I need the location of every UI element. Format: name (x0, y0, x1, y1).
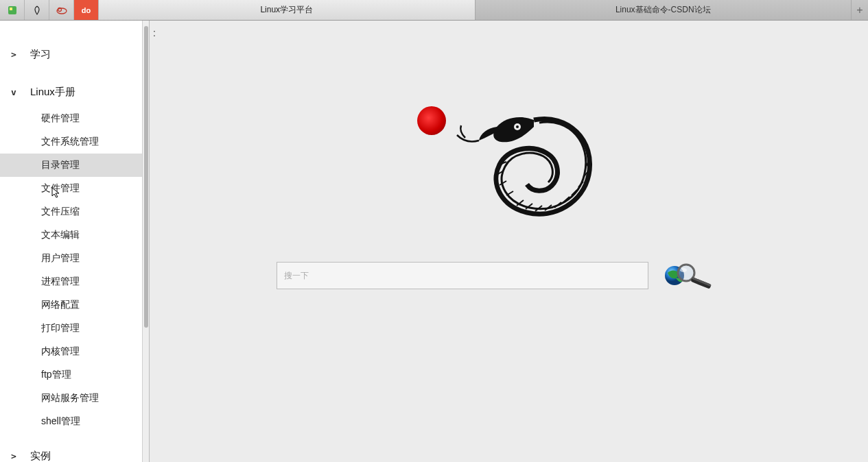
chevron-right-icon: > (11, 49, 21, 60)
app-icon-1 (7, 5, 18, 16)
red-sun-icon (417, 106, 446, 135)
logo-image (410, 93, 616, 230)
search-button[interactable] (661, 260, 716, 291)
sidebar: > 学习 v Linux手册 硬件管理 文件系统管理 目录管理 文件管理 文件压… (0, 21, 150, 462)
sidebar-scrollbar[interactable] (142, 21, 149, 462)
cloud-icon (56, 5, 68, 15)
globe-search-icon (661, 260, 716, 291)
svg-rect-1 (10, 8, 12, 10)
sidebar-item-kernel[interactable]: 内核管理 (0, 340, 149, 363)
sidebar-cat-manual-label: Linux手册 (30, 86, 75, 99)
sidebar-item-textedit[interactable]: 文本编辑 (0, 223, 149, 247)
tab-active-label: Linux学习平台 (260, 4, 313, 16)
favicon-slot-3[interactable] (49, 0, 74, 20)
sidebar-cat-manual[interactable]: v Linux手册 (0, 69, 149, 107)
search-input[interactable] (277, 262, 648, 289)
favicon-slot-2[interactable] (25, 0, 49, 20)
tab-inactive-label: Linux基础命令-CSDN论坛 (615, 4, 711, 16)
chevron-right-icon: > (11, 451, 21, 461)
svg-point-5 (516, 125, 519, 128)
svg-point-8 (680, 268, 687, 272)
browser-tab-bar: do Linux学习平台 Linux基础命令-CSDN论坛 + (0, 0, 868, 21)
sidebar-item-web[interactable]: 网站服务管理 (0, 387, 149, 410)
favicon-slot-1[interactable] (0, 0, 25, 20)
tab-active[interactable]: Linux学习平台 (99, 0, 476, 20)
sidebar-item-ftp[interactable]: ftp管理 (0, 363, 149, 387)
favicon-slot-4[interactable]: do (74, 0, 99, 20)
sidebar-cat-study[interactable]: > 学习 (0, 40, 149, 69)
tab-inactive[interactable]: Linux基础命令-CSDN论坛 (476, 0, 852, 20)
chevron-down-icon: v (11, 87, 21, 97)
colon-text: : (153, 27, 156, 38)
app-icon-2 (32, 5, 43, 16)
search-row (277, 260, 716, 291)
sidebar-item-filesystem[interactable]: 文件系统管理 (0, 130, 149, 154)
content-area: : (150, 21, 868, 462)
do-icon: do (82, 6, 91, 14)
sidebar-item-shell[interactable]: shell管理 (0, 410, 149, 433)
sidebar-item-directory[interactable]: 目录管理 (0, 154, 149, 177)
sidebar-item-hardware[interactable]: 硬件管理 (0, 107, 149, 130)
snake-icon (451, 93, 609, 230)
sidebar-cat-study-label: 学习 (30, 48, 51, 61)
sidebar-item-user[interactable]: 用户管理 (0, 247, 149, 270)
sidebar-item-process[interactable]: 进程管理 (0, 270, 149, 293)
sidebar-cat-example-label: 实例 (30, 450, 51, 462)
sidebar-item-print[interactable]: 打印管理 (0, 317, 149, 340)
sidebar-cat-example[interactable]: > 实例 (0, 433, 149, 462)
sidebar-scrollbar-thumb[interactable] (144, 26, 148, 328)
sidebar-item-network[interactable]: 网络配置 (0, 293, 149, 317)
sidebar-item-file[interactable]: 文件管理 (0, 177, 149, 200)
sidebar-item-compress[interactable]: 文件压缩 (0, 200, 149, 223)
new-tab-button[interactable]: + (852, 0, 868, 20)
